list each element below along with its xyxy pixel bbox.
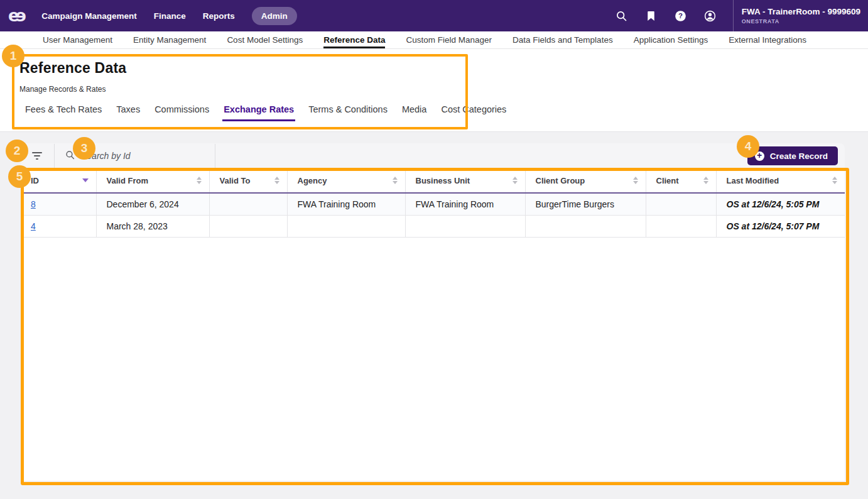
help-icon: ?	[674, 9, 688, 23]
exchange-rates-table: ID Valid From Valid To Agency Business U…	[21, 168, 845, 238]
tenant-name: FWA - TrainerRoom - 9999609	[742, 7, 860, 16]
bookmark-icon	[644, 9, 658, 23]
create-record-label: Create Record	[770, 151, 828, 161]
table-header-row: ID Valid From Valid To Agency Business U…	[21, 168, 845, 193]
tab-terms-conditions[interactable]: Terms & Conditions	[307, 104, 389, 121]
cell-valid-to	[209, 193, 287, 215]
column-label: Client	[656, 176, 679, 185]
create-record-button[interactable]: Create Record	[747, 146, 838, 165]
account-info[interactable]: FWA - TrainerRoom - 9999609 ONESTRATA	[742, 7, 868, 25]
sort-icon	[513, 177, 518, 184]
cell-valid-to	[209, 215, 287, 237]
cell-client	[646, 215, 716, 237]
admin-tab-data-fields-and-templates[interactable]: Data Fields and Templates	[513, 31, 613, 48]
column-label: Agency	[298, 176, 327, 185]
table-row: 8 December 6, 2024 FWA Training Room FWA…	[21, 193, 845, 215]
top-navbar: ee Campaign Management Finance Reports A…	[0, 0, 868, 31]
tab-exchange-rates[interactable]: Exchange Rates	[222, 104, 295, 121]
nav-item-campaign-management[interactable]: Campaign Management	[41, 11, 137, 21]
org-name: ONESTRATA	[742, 18, 860, 25]
account-icon	[703, 9, 717, 23]
table-row: 4 March 28, 2023 OS at 12/6/24, 5:07 PM	[21, 215, 845, 237]
sort-icon	[197, 177, 202, 184]
cell-client-group	[525, 215, 646, 237]
page-header: Reference Data Manage Records & Rates Fe…	[0, 49, 868, 132]
column-label: Valid From	[107, 176, 148, 185]
tab-commissions[interactable]: Commissions	[153, 104, 210, 121]
account-button[interactable]	[703, 9, 717, 23]
cell-client-group: BurgerTime Burgers	[525, 193, 646, 215]
column-header-valid-from[interactable]: Valid From	[96, 168, 209, 193]
page-title: Reference Data	[19, 60, 868, 77]
reference-data-tabs: Fees & Tech Rates Taxes Commissions Exch…	[24, 104, 868, 121]
toolbar-divider	[215, 144, 215, 168]
sort-icon	[274, 177, 279, 184]
nav-item-reports[interactable]: Reports	[203, 11, 235, 21]
filter-icon	[31, 152, 42, 160]
column-header-agency[interactable]: Agency	[287, 168, 405, 193]
admin-nav: User Management Entity Management Cost M…	[0, 31, 868, 49]
admin-tab-custom-field-manager[interactable]: Custom Field Manager	[406, 31, 492, 48]
cell-agency	[287, 215, 405, 237]
sort-icon	[832, 177, 837, 184]
admin-tab-cost-model-settings[interactable]: Cost Model Settings	[227, 31, 303, 48]
primary-nav: Campaign Management Finance Reports Admi…	[41, 7, 297, 25]
column-header-last-modified[interactable]: Last Modified	[716, 168, 845, 193]
navbar-right: ? FWA - TrainerRoom - 9999609 ONESTRATA	[615, 0, 868, 31]
tab-taxes[interactable]: Taxes	[115, 104, 141, 121]
cell-id: 4	[21, 215, 96, 237]
column-label: Business Unit	[416, 176, 470, 185]
record-link[interactable]: 4	[31, 221, 36, 231]
column-header-valid-to[interactable]: Valid To	[209, 168, 287, 193]
cell-valid-from: December 6, 2024	[96, 193, 209, 215]
column-label: Client Group	[536, 176, 585, 185]
column-header-client-group[interactable]: Client Group	[525, 168, 646, 193]
tab-fees-tech-rates[interactable]: Fees & Tech Rates	[24, 104, 103, 121]
column-label: Last Modified	[727, 176, 779, 185]
toolbar-divider	[54, 144, 55, 168]
nav-item-admin[interactable]: Admin	[252, 7, 297, 25]
search-box	[65, 150, 205, 163]
cell-business-unit: FWA Training Room	[405, 193, 525, 215]
admin-tab-user-management[interactable]: User Management	[43, 31, 112, 48]
admin-tab-entity-management[interactable]: Entity Management	[133, 31, 206, 48]
page-subtitle: Manage Records & Rates	[19, 85, 868, 94]
admin-tab-reference-data[interactable]: Reference Data	[323, 31, 385, 48]
column-header-id[interactable]: ID	[21, 168, 96, 193]
column-header-business-unit[interactable]: Business Unit	[405, 168, 525, 193]
search-button[interactable]	[615, 9, 629, 23]
search-input[interactable]	[81, 151, 205, 161]
tab-media[interactable]: Media	[401, 104, 428, 121]
column-label: Valid To	[220, 176, 251, 185]
search-icon	[65, 150, 75, 163]
records-table-panel: ID Valid From Valid To Agency Business U…	[21, 168, 845, 481]
cell-last-modified: OS at 12/6/24, 5:05 PM	[716, 193, 845, 215]
cell-last-modified: OS at 12/6/24, 5:07 PM	[716, 215, 845, 237]
table-toolbar: Create Record	[21, 143, 845, 168]
sort-icon	[633, 177, 638, 184]
admin-tab-application-settings[interactable]: Application Settings	[634, 31, 708, 48]
cell-agency: FWA Training Room	[287, 193, 405, 215]
onestrata-logo-icon[interactable]: ee	[8, 8, 26, 24]
plus-icon	[755, 151, 764, 161]
navbar-divider	[733, 0, 734, 31]
filter-button[interactable]	[29, 150, 45, 162]
cell-client	[646, 193, 716, 215]
search-icon	[615, 9, 629, 23]
svg-text:?: ?	[678, 12, 683, 19]
sort-desc-icon	[82, 178, 89, 182]
record-link[interactable]: 8	[31, 199, 36, 209]
column-label: ID	[31, 176, 39, 185]
bookmark-button[interactable]	[644, 9, 658, 23]
sort-icon	[703, 177, 708, 184]
cell-id: 8	[21, 193, 96, 215]
content-area: Create Record ID Valid From Valid To Age…	[0, 132, 868, 499]
admin-tab-external-integrations[interactable]: External Integrations	[729, 31, 806, 48]
sort-icon	[393, 177, 398, 184]
cell-business-unit	[405, 215, 525, 237]
cell-valid-from: March 28, 2023	[96, 215, 209, 237]
nav-item-finance[interactable]: Finance	[154, 11, 186, 21]
help-button[interactable]: ?	[674, 9, 688, 23]
column-header-client[interactable]: Client	[646, 168, 716, 193]
tab-cost-categories[interactable]: Cost Categories	[440, 104, 507, 121]
